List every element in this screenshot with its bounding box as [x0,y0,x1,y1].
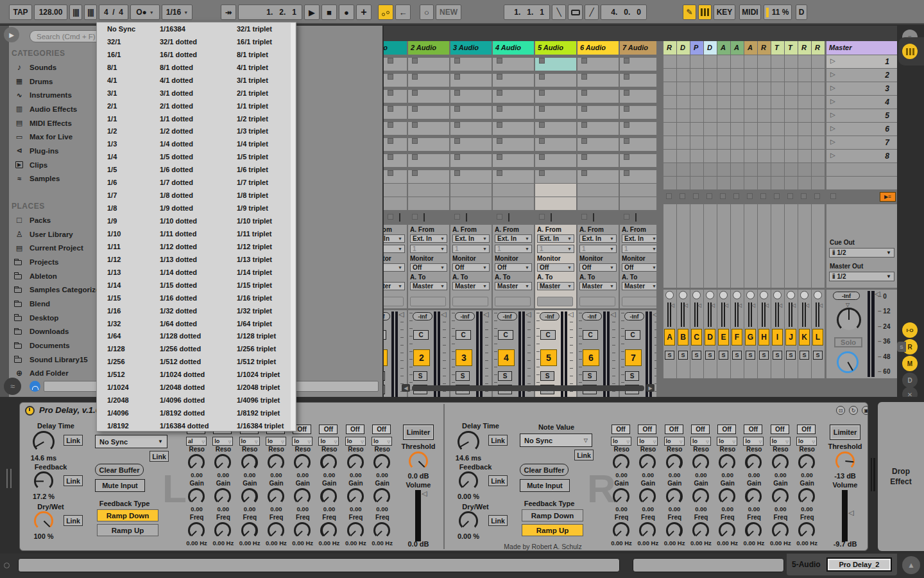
sync-option[interactable]: 2/1 [107,102,160,110]
output-selector[interactable]: Master▼ [452,282,490,290]
sync-menu-row[interactable]: ✓ 1/256 1/512 dotted 1/512 triplet [97,355,296,368]
band-off-button[interactable]: Off [691,425,710,434]
fader-handle-icon[interactable]: ◁ [422,489,427,498]
freq-knob[interactable] [268,522,284,539]
sync-menu-row[interactable]: ✓ 1/5 1/6 dotted 1/6 triplet [97,163,296,176]
gain-knob[interactable] [719,488,735,505]
loop-start-field[interactable]: 1. 1. 1 [504,4,550,20]
track-header[interactable]: 4 Audio [493,41,534,55]
sync-menu-row[interactable]: ✓ 1/8 1/9 dotted 1/9 triplet [97,202,296,215]
clip-slot[interactable] [620,138,656,151]
level-readout[interactable]: -Inf [497,312,517,320]
sync-option[interactable]: 4/1 [107,76,160,84]
fader-handle-icon[interactable]: ◁ [653,311,656,318]
return-knob[interactable] [800,291,809,299]
tempo-field[interactable]: 128.00 [34,4,67,20]
track-activator-button[interactable]: 6 [583,349,599,366]
sync-option[interactable]: 1/1024 [107,383,160,391]
return-activator-button[interactable]: G [745,329,756,346]
sync-option-dotted[interactable]: 3/1 dotted [160,89,237,97]
punch-in-button[interactable]: ╲ [552,4,566,20]
sync-option-dotted[interactable]: 1/9 dotted [160,204,237,212]
gain-knob[interactable] [692,488,709,505]
level-readout[interactable]: -Inf [384,312,390,320]
sync-option-triplet[interactable]: 1/2 triplet [237,115,296,123]
sync-option-dotted[interactable]: 1/256 dotted [160,345,237,353]
midi-map-button[interactable]: MIDI [739,4,761,20]
band-off-button[interactable]: Off [717,425,736,434]
sync-option[interactable]: 1/6 [107,179,160,186]
solo-button[interactable]: S [456,371,470,381]
sync-menu-row[interactable]: ✓ 1/1024 1/2048 dotted 1/2048 triplet [97,381,296,394]
empty-slot-row[interactable] [578,184,619,197]
threshold-knob-l[interactable] [409,451,428,471]
pan-control[interactable]: C [413,330,429,340]
band-off-button[interactable]: Off [612,425,630,434]
sync-option-triplet[interactable]: 1/4 triplet [237,140,296,148]
input-type-selector[interactable]: Ext. In▼ [537,234,574,243]
sync-option-triplet[interactable]: 3/1 triplet [237,76,296,84]
reso-knob[interactable] [666,454,683,471]
solo-button[interactable]: S [759,351,769,360]
return-knob[interactable] [760,291,768,299]
sync-menu-row[interactable]: ✓ 1/16 1/32 dotted 1/32 triplet [97,304,296,317]
fader-handle-icon[interactable]: ◁ [684,302,688,308]
sync-option-dotted[interactable]: 1/10 dotted [160,217,237,225]
gain-knob[interactable] [373,488,390,505]
fader-handle-icon[interactable]: ◁ [610,311,615,318]
clip-slot[interactable] [493,154,534,167]
scene-row[interactable]: ▷ 2 [826,69,898,82]
scene-launch-icon[interactable]: ▷ [830,71,835,78]
freq-knob[interactable] [666,522,683,539]
sync-option[interactable]: 1/4 [107,153,160,161]
solo-button[interactable]: S [746,351,755,360]
sync-option[interactable]: 1/9 [107,217,160,225]
feedback-knob-r[interactable] [459,471,478,491]
fader-handle-icon[interactable]: ◁ [751,302,755,308]
sync-menu-row[interactable]: ✓ 1/64 1/128 dotted 1/128 triplet [97,330,296,343]
fader-handle-icon[interactable]: ◁ [697,302,701,308]
reso-knob[interactable] [719,454,735,471]
monitor-selector[interactable]: Off▼ [579,263,617,272]
sync-option-triplet[interactable]: 4/1 triplet [237,64,296,71]
draw-mode-button[interactable]: ✎ [683,4,696,20]
input-channel-selector[interactable]: 1▼ [384,245,405,253]
stop-button[interactable] [814,193,820,199]
clip-slot[interactable] [493,58,534,71]
solo-button[interactable]: S [786,351,796,360]
clip-slot[interactable] [408,90,449,103]
clip-stop-icon[interactable] [539,138,545,144]
level-readout[interactable]: -Inf [582,312,602,320]
clip-stop-icon[interactable] [624,58,629,64]
clip-slot[interactable] [620,106,656,119]
master-level-readout[interactable]: -Inf [833,292,860,300]
band-type-selector[interactable]: lo▽ [770,437,791,446]
nudge-down-button[interactable]: |||| [69,4,82,20]
return-header[interactable]: T [785,41,798,55]
stop-button[interactable] [720,193,726,199]
arrangement-record-button[interactable]: ● [339,4,354,20]
sync-option-triplet[interactable]: 1/256 triplet [237,345,296,353]
clip-slot[interactable] [384,170,407,183]
mute-input-button-r[interactable]: Mute Input [520,479,570,492]
empty-slot-row[interactable] [408,197,449,210]
gain-knob[interactable] [214,488,231,505]
level-readout[interactable]: -Inf [413,312,432,320]
track-activator-button[interactable]: 3 [456,349,472,366]
return-header[interactable]: P [690,41,703,55]
track-header[interactable]: 3 Audio [450,41,492,55]
track-activator-button[interactable]: 1 [384,349,388,366]
sync-option-triplet[interactable]: 8/1 triplet [237,51,296,58]
solo-button[interactable]: S [719,351,728,360]
freq-knob[interactable] [772,522,789,539]
fader-handle-icon[interactable]: ◁ [792,302,796,308]
clip-slot[interactable] [620,58,656,71]
clip-stop-icon[interactable] [581,106,587,112]
return-activator-button[interactable]: F [732,329,742,346]
clip-slot[interactable] [535,106,576,119]
clip-stop-icon[interactable] [388,154,393,160]
clip-stop-icon[interactable] [412,90,418,96]
clip-slot[interactable] [535,154,576,167]
clip-slot[interactable] [578,170,619,183]
pan-control[interactable]: C [384,330,386,340]
